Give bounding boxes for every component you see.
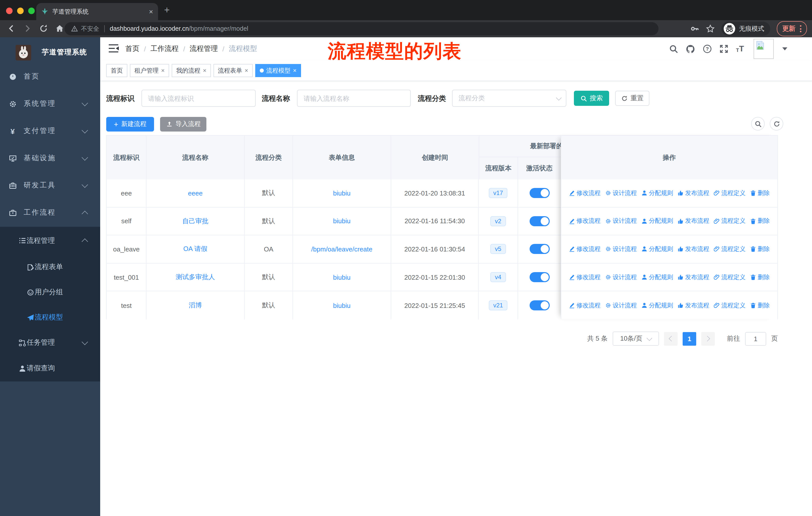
minimize-window-button[interactable]: [17, 7, 24, 14]
tag-process-model[interactable]: 流程模型×: [255, 64, 301, 77]
process-name-link[interactable]: 自己审批: [182, 217, 208, 226]
search-button[interactable]: 搜索: [574, 91, 609, 106]
action-publish[interactable]: 发布流程: [677, 273, 709, 281]
sidebar-item-leave-query[interactable]: 请假查询: [0, 355, 100, 381]
action-definition[interactable]: 流程定义: [714, 245, 746, 253]
tag-my-process[interactable]: 我的流程×: [172, 64, 211, 77]
reload-icon[interactable]: [39, 24, 48, 33]
reset-button[interactable]: 重置: [615, 91, 649, 106]
breadcrumb-workflow[interactable]: 工作流程: [150, 44, 179, 53]
action-edit[interactable]: 修改流程: [569, 273, 601, 281]
close-icon[interactable]: ×: [293, 67, 296, 74]
next-page-button[interactable]: [701, 332, 715, 346]
action-edit[interactable]: 修改流程: [569, 189, 601, 197]
bookmark-star-icon[interactable]: [706, 24, 715, 33]
action-delete[interactable]: 删除: [750, 301, 770, 310]
create-process-button[interactable]: + 新建流程: [106, 117, 154, 132]
action-edit[interactable]: 修改流程: [569, 245, 601, 253]
action-design[interactable]: 设计流程: [605, 189, 637, 197]
import-process-button[interactable]: 导入流程: [160, 117, 206, 132]
avatar[interactable]: [754, 39, 774, 59]
sidebar-item-infra[interactable]: 基础设施: [0, 145, 100, 172]
sidebar-item-task-mgmt[interactable]: 任务管理: [0, 330, 100, 355]
menu-dots-icon[interactable]: [800, 25, 802, 32]
sidebar-item-process-model[interactable]: 流程模型: [0, 305, 100, 330]
sidebar-item-user-group[interactable]: 用户分组: [0, 280, 100, 305]
action-design[interactable]: 设计流程: [605, 245, 637, 253]
action-design[interactable]: 设计流程: [605, 273, 637, 281]
active-toggle[interactable]: [529, 300, 550, 310]
action-assign-rule[interactable]: 分配规则: [641, 273, 673, 281]
breadcrumb-process-mgmt[interactable]: 流程管理: [190, 44, 218, 53]
fullscreen-icon[interactable]: [719, 44, 728, 53]
font-size-icon[interactable]: TT: [736, 45, 744, 53]
home-icon[interactable]: [55, 24, 64, 33]
sidebar-item-process-form[interactable]: 流程表单: [0, 254, 100, 280]
breadcrumb-home[interactable]: 首页: [125, 44, 140, 53]
active-toggle[interactable]: [529, 216, 550, 226]
active-toggle[interactable]: [529, 272, 550, 282]
security-warning-icon[interactable]: [71, 25, 78, 32]
version-badge[interactable]: v5: [490, 244, 506, 254]
current-page[interactable]: 1: [683, 332, 696, 346]
active-toggle[interactable]: [529, 244, 550, 254]
forward-icon[interactable]: [23, 24, 32, 33]
form-link[interactable]: biubiu: [333, 189, 350, 197]
action-delete[interactable]: 删除: [750, 217, 770, 225]
action-publish[interactable]: 发布流程: [677, 217, 709, 225]
process-name-link[interactable]: OA 请假: [183, 245, 207, 254]
sidebar-item-home[interactable]: 首页: [0, 63, 100, 90]
tag-tenant[interactable]: 租户管理×: [130, 64, 169, 77]
action-design[interactable]: 设计流程: [605, 217, 637, 225]
sidebar-item-system[interactable]: 系统管理: [0, 90, 100, 117]
action-assign-rule[interactable]: 分配规则: [641, 217, 673, 225]
action-definition[interactable]: 流程定义: [714, 217, 746, 225]
active-toggle[interactable]: [529, 188, 550, 198]
form-link[interactable]: biubiu: [333, 217, 350, 225]
new-tab-button[interactable]: +: [164, 5, 170, 15]
action-assign-rule[interactable]: 分配规则: [641, 189, 673, 197]
sidebar-item-devtools[interactable]: 研发工具: [0, 172, 100, 199]
action-publish[interactable]: 发布流程: [677, 245, 709, 253]
version-badge[interactable]: v4: [490, 272, 506, 282]
version-badge[interactable]: v2: [490, 216, 506, 226]
sidebar-item-workflow[interactable]: 工作流程: [0, 199, 100, 226]
avatar-caret-icon[interactable]: [782, 47, 787, 50]
action-edit[interactable]: 修改流程: [569, 301, 601, 310]
github-icon[interactable]: [686, 44, 695, 54]
help-icon[interactable]: ?: [703, 44, 712, 53]
filter-id-input[interactable]: [141, 90, 256, 107]
back-icon[interactable]: [7, 24, 16, 33]
action-publish[interactable]: 发布流程: [677, 189, 709, 197]
action-assign-rule[interactable]: 分配规则: [641, 245, 673, 253]
browser-tab[interactable]: 芋道管理系统 ×: [36, 3, 158, 20]
prev-page-button[interactable]: [664, 332, 677, 346]
action-delete[interactable]: 删除: [750, 273, 770, 281]
version-badge[interactable]: v17: [489, 188, 508, 198]
action-definition[interactable]: 流程定义: [714, 301, 746, 310]
refresh-table-button[interactable]: [770, 117, 783, 131]
form-link[interactable]: biubiu: [333, 302, 350, 309]
process-name-link[interactable]: eeee: [188, 189, 203, 197]
sidebar-item-process-mgmt[interactable]: 流程管理: [0, 227, 100, 254]
search-icon[interactable]: [669, 44, 678, 53]
version-badge[interactable]: v21: [489, 300, 508, 310]
update-menu-chip[interactable]: 更新: [777, 21, 807, 36]
tag-process-form[interactable]: 流程表单×: [213, 64, 253, 77]
action-publish[interactable]: 发布流程: [677, 301, 709, 310]
sidebar-item-payment[interactable]: ¥ 支付管理: [0, 117, 100, 145]
process-name-link[interactable]: 测试多审批人: [176, 273, 215, 282]
page-size-select[interactable]: 10条/页: [613, 332, 659, 346]
action-definition[interactable]: 流程定义: [714, 189, 746, 197]
filter-name-input[interactable]: [297, 90, 411, 107]
key-icon[interactable]: [690, 24, 699, 33]
app-logo-row[interactable]: 芋道管理系统: [0, 42, 100, 62]
action-edit[interactable]: 修改流程: [569, 217, 601, 225]
form-link[interactable]: biubiu: [333, 273, 350, 281]
action-assign-rule[interactable]: 分配规则: [641, 301, 673, 310]
collapse-sidebar-icon[interactable]: [109, 44, 119, 53]
goto-page-input[interactable]: [745, 332, 766, 346]
tag-home[interactable]: 首页: [106, 64, 127, 77]
close-icon[interactable]: ×: [203, 67, 206, 74]
show-search-button[interactable]: [751, 117, 765, 131]
